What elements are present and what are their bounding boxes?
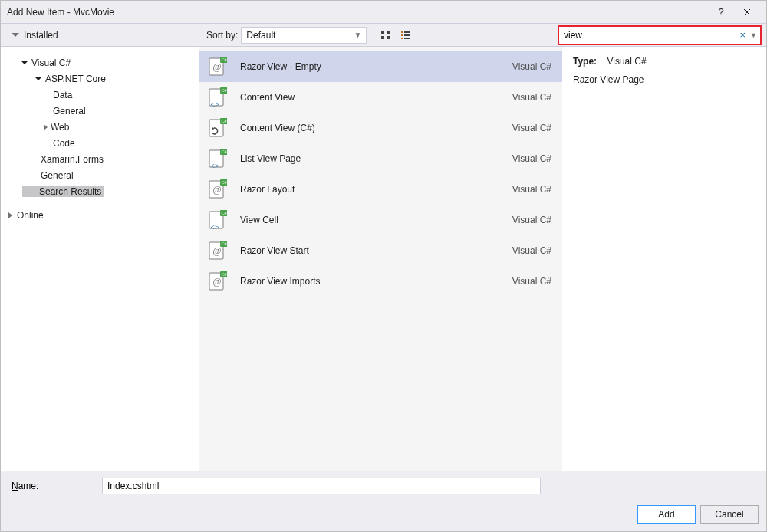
svg-text:C#: C#: [221, 211, 226, 215]
tree-label: General: [41, 170, 74, 181]
template-item[interactable]: <>C#View CellVisual C#: [199, 205, 562, 235]
search-box[interactable]: × ▼: [558, 25, 762, 45]
template-item[interactable]: @C#Razor View ImportsVisual C#: [199, 266, 562, 297]
svg-text:<>: <>: [210, 162, 219, 169]
template-icon: @C#: [206, 240, 228, 261]
expander-open-icon: [21, 61, 28, 64]
tree-label: Search Results: [22, 186, 104, 197]
details-type-row: Type: Visual C#: [573, 56, 755, 67]
expander-open-icon: [35, 77, 42, 80]
tree-label: Xamarin.Forms: [41, 154, 104, 165]
svg-text:@: @: [212, 184, 221, 195]
template-language: Visual C#: [512, 245, 551, 256]
cancel-button[interactable]: Cancel: [700, 505, 759, 524]
svg-rect-4: [401, 31, 403, 33]
template-name: Content View (C#): [240, 123, 512, 133]
close-button[interactable]: [734, 2, 760, 23]
template-name: Content View: [240, 92, 512, 103]
tree-node-data[interactable]: Data: [5, 87, 194, 103]
tree-node-code[interactable]: Code: [5, 135, 194, 151]
sort-by-value: Default: [246, 30, 275, 41]
expander-closed-icon: [44, 124, 48, 130]
template-icon: @C#: [206, 179, 228, 200]
svg-text:C#: C#: [221, 272, 226, 277]
svg-text:@: @: [212, 276, 221, 287]
template-name: List View Page: [240, 153, 512, 164]
view-list-button[interactable]: [397, 27, 414, 44]
tree-header-installed[interactable]: Installed: [1, 24, 199, 46]
template-name: View Cell: [240, 215, 512, 225]
name-label: Name:: [8, 481, 91, 491]
template-language: Visual C#: [512, 215, 551, 225]
svg-text:C#: C#: [221, 88, 226, 93]
template-item[interactable]: @C#Razor LayoutVisual C#: [199, 174, 562, 205]
caret-down-icon: [12, 33, 19, 37]
svg-rect-2: [387, 31, 390, 34]
svg-rect-8: [401, 38, 403, 39]
tree-label: Online: [17, 210, 44, 221]
tree-node-search-results[interactable]: Search Results: [5, 183, 194, 199]
template-list[interactable]: @C#Razor View - EmptyVisual C#<>C#Conten…: [199, 47, 562, 471]
tree-label: Code: [53, 138, 75, 149]
category-tree[interactable]: Visual C# ASP.NET Core Data General Web …: [1, 47, 199, 471]
svg-rect-3: [387, 36, 390, 39]
template-icon: @C#: [206, 56, 228, 77]
template-icon: <>C#: [206, 209, 228, 231]
tree-node-web[interactable]: Web: [5, 119, 194, 135]
svg-text:C#: C#: [221, 180, 226, 185]
svg-rect-7: [404, 34, 410, 36]
template-language: Visual C#: [512, 61, 551, 72]
template-name: Razor View - Empty: [240, 61, 512, 72]
toolbar-row: Installed Sort by: Default ▼ × ▼: [1, 24, 766, 47]
name-row: Name:: [8, 478, 759, 494]
tree-node-general-core[interactable]: General: [5, 103, 194, 119]
template-language: Visual C#: [512, 92, 551, 103]
svg-text:@: @: [212, 61, 221, 72]
title-bar: Add New Item - MvcMovie ?: [1, 1, 766, 24]
template-item[interactable]: @C#Razor View - EmptyVisual C#: [199, 51, 562, 82]
template-icon: <>C#: [206, 87, 228, 108]
template-item[interactable]: C#Content View (C#)Visual C#: [199, 113, 562, 143]
template-icon: C#: [206, 117, 228, 139]
svg-text:<>: <>: [210, 100, 219, 107]
svg-text:<>: <>: [210, 223, 219, 230]
template-name: Razor Layout: [240, 184, 512, 195]
window-title: Add New Item - MvcMovie: [7, 7, 708, 18]
tree-node-xamarin-forms[interactable]: Xamarin.Forms: [5, 151, 194, 167]
view-small-icons-button[interactable]: [377, 27, 394, 44]
svg-rect-1: [381, 36, 384, 39]
name-input[interactable]: [102, 478, 541, 494]
template-item[interactable]: @C#Razor View StartVisual C#: [199, 235, 562, 266]
tree-label: Web: [51, 122, 69, 133]
tree-node-online[interactable]: Online: [5, 207, 194, 223]
template-name: Razor View Imports: [240, 276, 512, 287]
dialog-footer: Name: Add Cancel: [1, 471, 766, 531]
svg-text:C#: C#: [221, 57, 226, 62]
template-item[interactable]: <>C#Content ViewVisual C#: [199, 82, 562, 113]
svg-rect-6: [401, 34, 403, 36]
svg-rect-5: [404, 31, 410, 33]
help-button[interactable]: ?: [708, 2, 734, 23]
add-button[interactable]: Add: [637, 505, 696, 524]
details-description: Razor View Page: [573, 74, 755, 85]
template-language: Visual C#: [512, 276, 551, 287]
chevron-down-icon: ▼: [354, 31, 361, 39]
tree-node-general[interactable]: General: [5, 167, 194, 183]
template-item[interactable]: <>C#List View PageVisual C#: [199, 143, 562, 174]
template-language: Visual C#: [512, 184, 551, 195]
tree-label: ASP.NET Core: [45, 74, 106, 84]
sort-area: Sort by: Default ▼: [199, 27, 558, 44]
svg-rect-0: [381, 31, 384, 34]
tree-label: Visual C#: [31, 57, 71, 68]
tree-node-aspnet-core[interactable]: ASP.NET Core: [5, 71, 194, 87]
tree-node-visual-csharp[interactable]: Visual C#: [5, 54, 194, 71]
tree-label: General: [53, 106, 86, 117]
template-language: Visual C#: [512, 153, 551, 164]
search-input[interactable]: [564, 30, 733, 41]
clear-search-icon[interactable]: ×: [736, 29, 749, 41]
search-dropdown-icon[interactable]: ▼: [749, 31, 759, 39]
sort-by-dropdown[interactable]: Default ▼: [241, 27, 367, 44]
details-pane: Type: Visual C# Razor View Page: [562, 47, 766, 471]
template-icon: @C#: [206, 271, 228, 292]
template-name: Razor View Start: [240, 245, 512, 256]
